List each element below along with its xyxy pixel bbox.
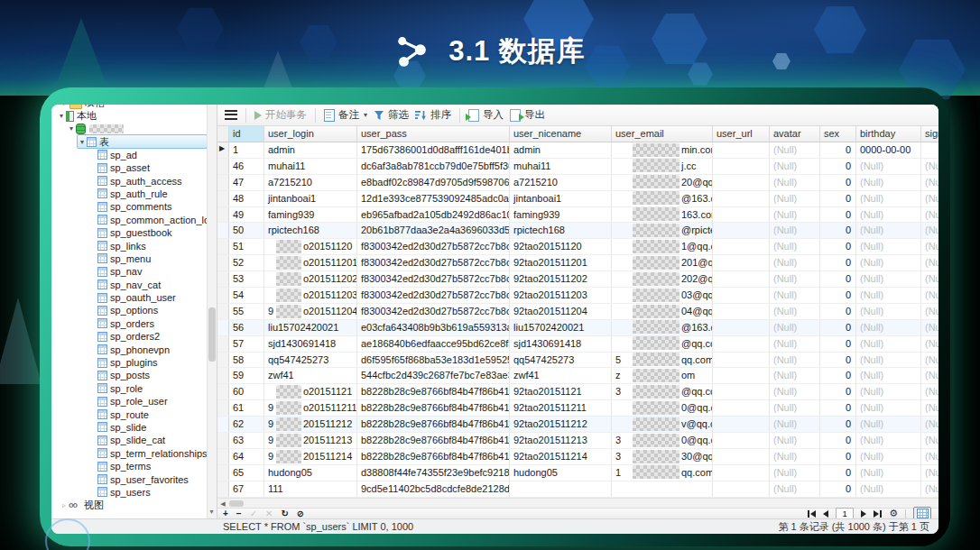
- grid-cell[interactable]: 0: [820, 288, 856, 303]
- grid-cell[interactable]: [510, 481, 612, 497]
- grid-cell[interactable]: (Nu: [921, 384, 938, 399]
- note-button[interactable]: 备注 ▾: [324, 108, 367, 122]
- grid-cell[interactable]: eb965afbad2a105db2492d86ac100197: [357, 207, 510, 223]
- grid-cell[interactable]: 92tao201511214: [510, 449, 612, 464]
- add-record-button[interactable]: +: [223, 509, 228, 518]
- grid-cell[interactable]: (Null): [856, 239, 921, 254]
- row-header[interactable]: [217, 159, 229, 174]
- refresh-button[interactable]: ↻: [281, 509, 288, 518]
- tree-item-sp_options[interactable]: sp_options: [51, 304, 208, 316]
- grid-cell[interactable]: jintanboai1: [510, 191, 612, 206]
- grid-cell[interactable]: (Null): [856, 304, 921, 319]
- grid-cell[interactable]: muhai11: [510, 159, 612, 174]
- grid-cell[interactable]: sjd1430691418: [510, 336, 612, 352]
- grid-cell[interactable]: [713, 320, 770, 335]
- grid-cell[interactable]: [713, 304, 770, 319]
- grid-cell[interactable]: [713, 142, 770, 158]
- row-header[interactable]: [217, 271, 229, 287]
- grid-cell[interactable]: (Null): [770, 304, 820, 319]
- row-header[interactable]: [217, 223, 229, 238]
- first-page-button[interactable]: [808, 510, 816, 518]
- grid-cell[interactable]: b8228b28c9e8766bf84b47f86b41e43b: [357, 449, 510, 464]
- grid-cell[interactable]: 67: [229, 481, 264, 497]
- grid-cell[interactable]: 65: [229, 465, 264, 481]
- grid-cell[interactable]: 1@qq.com: [612, 239, 713, 254]
- grid-cell[interactable]: 3@qq.com: [612, 384, 713, 399]
- grid-cell[interactable]: (Nu: [921, 368, 938, 383]
- tree-item-sp_asset[interactable]: sp_asset: [51, 161, 208, 174]
- grid-cell[interactable]: 51: [229, 239, 264, 254]
- grid-cell[interactable]: 0: [820, 175, 856, 190]
- grid-cell[interactable]: 46: [229, 159, 264, 174]
- column-header-nicename[interactable]: user_nicename: [510, 126, 612, 142]
- grid-cell[interactable]: [713, 159, 770, 174]
- grid-cell[interactable]: 9o201511211: [264, 400, 357, 416]
- grid-cell[interactable]: (Nu: [921, 433, 938, 448]
- grid-cell[interactable]: @qq.com: [612, 336, 713, 352]
- grid-cell[interactable]: (Null): [770, 255, 820, 270]
- row-header[interactable]: [217, 353, 229, 368]
- grid-cell[interactable]: (Null): [770, 400, 820, 416]
- grid-cell[interactable]: 92tao20151120: [510, 239, 612, 254]
- tree-item-sp_plugins[interactable]: sp_plugins: [51, 356, 208, 369]
- grid-cell[interactable]: zwf41: [264, 368, 357, 383]
- grid-cell[interactable]: [713, 175, 770, 190]
- page-number-input[interactable]: 1: [836, 508, 854, 518]
- grid-cell[interactable]: d38808f44fe74355f23e9befc92185fe: [357, 465, 510, 481]
- grid-cell[interactable]: f8300342ed2d30d27b5872cc7b8cfb11: [357, 255, 510, 270]
- grid-cell[interactable]: (Null): [770, 481, 820, 497]
- grid-cell[interactable]: 57: [229, 336, 264, 352]
- last-page-button[interactable]: [874, 510, 882, 518]
- grid-cell[interactable]: b8228b28c9e8766bf84b47f86b41e43b: [357, 433, 510, 448]
- grid-cell[interactable]: (Null): [856, 175, 921, 190]
- grid-cell[interactable]: faming939: [510, 207, 612, 223]
- grid-cell[interactable]: e03cfa643408b9b3b619a559313a817c: [357, 320, 510, 335]
- grid-cell[interactable]: (Nu: [921, 353, 938, 368]
- grid-cell[interactable]: 92tao20151121: [510, 384, 612, 399]
- grid-cell[interactable]: admin: [510, 142, 612, 158]
- grid-cell[interactable]: (Null): [856, 400, 921, 416]
- grid-cell[interactable]: 0: [820, 304, 856, 319]
- grid-cell[interactable]: ae186840b6edfaacce95bd62ce8f3fe5: [357, 336, 510, 352]
- grid-cell[interactable]: 50: [229, 223, 264, 238]
- grid-cell[interactable]: 53: [229, 271, 264, 287]
- grid-cell[interactable]: (Nu: [921, 465, 938, 481]
- grid-cell[interactable]: (Nu: [921, 207, 938, 223]
- grid-cell[interactable]: (Null): [856, 159, 921, 174]
- grid-cell[interactable]: 544cfbc2d439c2687fe7bc7e83ae327b: [357, 368, 510, 383]
- tree-item-表[interactable]: ▾表: [51, 135, 208, 148]
- grid-cell[interactable]: 61: [229, 400, 264, 416]
- grid-cell[interactable]: 0: [820, 353, 856, 368]
- row-header[interactable]: [217, 481, 229, 497]
- grid-cell[interactable]: 163.com: [612, 207, 713, 223]
- grid-cell[interactable]: b8228b28c9e8766bf84b47f86b41e43b: [357, 417, 510, 432]
- grid-cell[interactable]: 0: [820, 142, 856, 158]
- grid-cell[interactable]: (Null): [856, 271, 921, 287]
- grid-cell[interactable]: 92tao201511203: [510, 288, 612, 303]
- grid-cell[interactable]: 92tao201511211: [510, 400, 612, 416]
- grid-cell[interactable]: (Null): [856, 336, 921, 352]
- grid-cell[interactable]: 5qq.com: [612, 353, 713, 368]
- row-header[interactable]: [217, 433, 229, 448]
- grid-cell[interactable]: 9201511214: [264, 449, 357, 464]
- grid-cell[interactable]: (Null): [770, 239, 820, 254]
- tree-item-sp_route[interactable]: sp_route: [51, 408, 208, 420]
- grid-cell[interactable]: 55: [229, 304, 264, 319]
- grid-cell[interactable]: 47: [229, 175, 264, 190]
- grid-cell[interactable]: (Null): [770, 142, 820, 158]
- grid-cell[interactable]: 0: [820, 433, 856, 448]
- grid-cell[interactable]: (Null): [856, 288, 921, 303]
- grid-cell[interactable]: 175d67386001d0d8afff161de401b170: [357, 142, 510, 158]
- grid-cell[interactable]: (Nu: [921, 417, 938, 432]
- filter-button[interactable]: 筛选: [374, 108, 409, 122]
- row-header[interactable]: [217, 320, 229, 335]
- grid-cell[interactable]: f8300342ed2d30d27b5872cc7b8cfb11: [357, 304, 510, 319]
- grid-cell[interactable]: 330@qq.cor: [612, 449, 713, 464]
- grid-cell[interactable]: [713, 223, 770, 238]
- tree-item-视图[interactable]: ▹oo视图: [51, 499, 208, 511]
- grid-cell[interactable]: 56: [229, 320, 264, 335]
- grid-cell[interactable]: (Nu: [921, 239, 938, 254]
- tree-item-本地[interactable]: ▾本地: [51, 109, 208, 122]
- row-header[interactable]: [217, 191, 229, 206]
- grid-cell[interactable]: (Nu: [921, 288, 938, 303]
